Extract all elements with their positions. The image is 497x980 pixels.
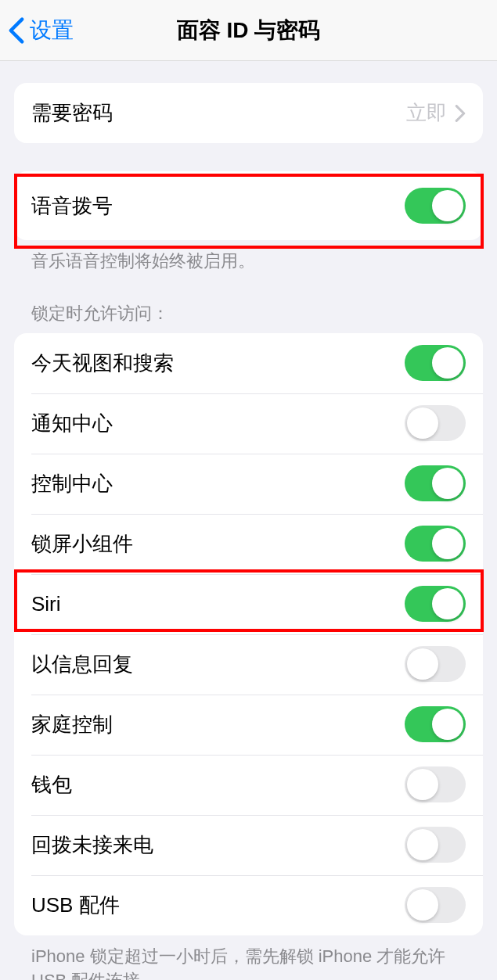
lock-access-footer: iPhone 锁定超过一小时后，需先解锁 iPhone 才能允许 USB 配件连… xyxy=(14,935,483,980)
lock-access-label: 控制中心 xyxy=(31,470,113,497)
lock-access-toggle[interactable] xyxy=(405,526,466,562)
chevron-right-icon xyxy=(455,105,466,122)
voice-dial-group: 语音拨号 音乐语音控制将始终被启用。 xyxy=(14,171,483,274)
lock-access-label: 通知中心 xyxy=(31,410,113,437)
lock-access-label: 以信息回复 xyxy=(31,651,133,678)
require-passcode-label: 需要密码 xyxy=(31,99,113,127)
navigation-bar: 设置 面容 ID 与密码 xyxy=(0,0,497,61)
lock-access-label: 回拨未接来电 xyxy=(31,831,153,859)
lock-access-toggle[interactable] xyxy=(405,706,466,742)
lock-access-row: 锁屏小组件 xyxy=(14,514,483,574)
lock-access-label: 今天视图和搜索 xyxy=(31,350,174,377)
voice-dial-label: 语音拨号 xyxy=(31,192,113,220)
lock-access-toggle[interactable] xyxy=(405,405,466,441)
lock-access-toggle[interactable] xyxy=(405,766,466,802)
lock-access-row: Siri xyxy=(14,574,483,634)
lock-access-label: Siri xyxy=(31,592,61,616)
voice-dial-toggle[interactable] xyxy=(405,188,466,224)
lock-access-toggle[interactable] xyxy=(405,345,466,381)
back-chevron-icon xyxy=(8,16,25,45)
lock-access-row: 通知中心 xyxy=(14,393,483,454)
lock-access-row: 以信息回复 xyxy=(14,634,483,695)
lock-access-label: 锁屏小组件 xyxy=(31,530,133,558)
lock-access-toggle[interactable] xyxy=(405,465,466,501)
voice-dial-footer: 音乐语音控制将始终被启用。 xyxy=(14,240,483,274)
back-label: 设置 xyxy=(30,16,74,45)
lock-access-toggle[interactable] xyxy=(405,827,466,863)
lock-access-row: 钱包 xyxy=(14,755,483,815)
require-passcode-value: 立即 xyxy=(406,99,447,127)
lock-access-row: 今天视图和搜索 xyxy=(14,333,483,393)
lock-access-toggle[interactable] xyxy=(405,586,466,622)
require-passcode-row[interactable]: 需要密码 立即 xyxy=(14,83,483,143)
lock-access-row: 家庭控制 xyxy=(14,695,483,755)
lock-access-toggle[interactable] xyxy=(405,646,466,682)
page-title: 面容 ID 与密码 xyxy=(177,16,321,45)
lock-access-header: 锁定时允许访问： xyxy=(14,302,483,333)
lock-access-label: 钱包 xyxy=(31,771,72,799)
lock-access-row: 控制中心 xyxy=(14,454,483,514)
lock-access-row: 回拨未接来电 xyxy=(14,815,483,875)
back-button[interactable]: 设置 xyxy=(0,16,74,45)
lock-access-toggle[interactable] xyxy=(405,887,466,923)
lock-access-label: 家庭控制 xyxy=(31,711,113,738)
require-passcode-group: 需要密码 立即 xyxy=(14,83,483,143)
lock-access-row: USB 配件 xyxy=(14,875,483,935)
voice-dial-row: 语音拨号 xyxy=(14,171,483,240)
lock-access-group: 锁定时允许访问： 今天视图和搜索通知中心控制中心锁屏小组件Siri以信息回复家庭… xyxy=(14,302,483,980)
lock-access-label: USB 配件 xyxy=(31,892,120,919)
